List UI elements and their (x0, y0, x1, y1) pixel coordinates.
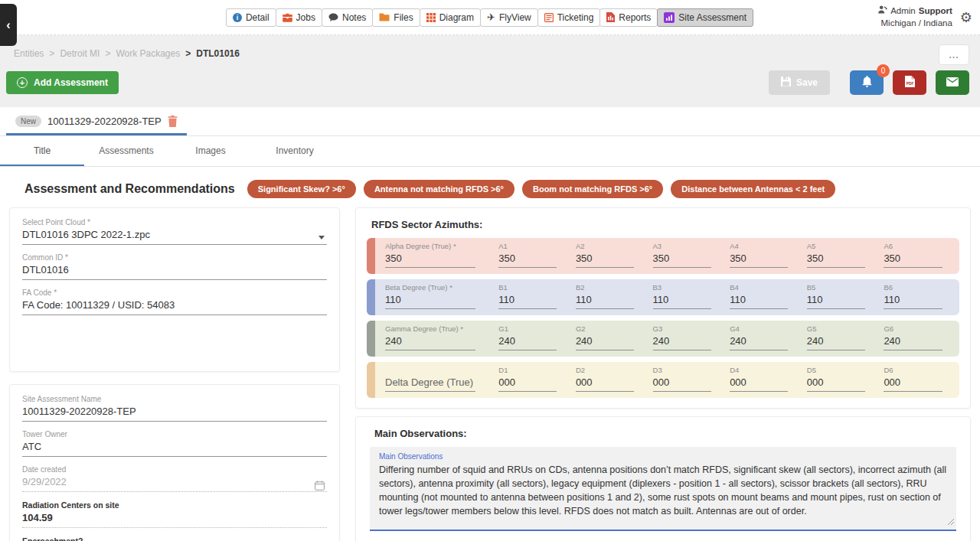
report-icon (606, 12, 615, 22)
tab-images[interactable]: Images (168, 136, 253, 166)
more-options-button[interactable]: ... (939, 44, 969, 65)
top-tab-jobs[interactable]: Jobs (276, 8, 322, 27)
breadcrumb-item[interactable]: Entities (14, 48, 44, 59)
delta-d3-field[interactable]: D3000 (653, 366, 720, 392)
page-header: Entities>Detroit MI>Work Packages>DTL010… (0, 35, 980, 107)
file-pdf-icon: PDF (905, 76, 915, 90)
alpha-a6-field[interactable]: A6350 (884, 242, 950, 268)
field-label: B6 (884, 283, 950, 292)
gamma-g3-field[interactable]: G3240 (653, 324, 720, 350)
alpha-a4-field[interactable]: A4350 (730, 242, 796, 268)
field-value: 110 (653, 293, 711, 309)
email-button[interactable] (936, 70, 969, 95)
back-button[interactable]: ‹ (0, 4, 17, 46)
radiation-centers-field[interactable]: Radiation Centers on site104.59 (22, 500, 327, 528)
delta-d2-field[interactable]: D2000 (576, 366, 642, 392)
delta-d1-field[interactable]: D1000 (498, 366, 565, 392)
point-cloud-select[interactable]: Select Point Cloud *DTL01016 3DPC 2022-1… (22, 218, 327, 245)
alpha-a1-field[interactable]: A1350 (498, 242, 565, 268)
new-badge: New (15, 116, 41, 127)
gamma-g5-field[interactable]: G5240 (807, 324, 874, 350)
textarea-value: Differing number of squid and RRUs on CD… (379, 463, 947, 519)
assessment-tab[interactable]: New 10011329-20220928-TEP (6, 107, 187, 135)
save-button[interactable]: Save (769, 70, 830, 95)
top-tab-files[interactable]: Files (372, 8, 420, 27)
gamma-degree-field[interactable]: Gamma Degree (True) *240 (385, 324, 488, 350)
encroachment-field[interactable]: Encroachment?No Encroachment (22, 536, 327, 541)
plane-icon: ✈ (487, 12, 495, 22)
delta-degree-field[interactable]: Delta Degree (True) (385, 366, 488, 392)
envelope-icon (946, 77, 959, 89)
beta-b1-field[interactable]: B1110 (498, 283, 565, 309)
gamma-g2-field[interactable]: G2240 (576, 324, 642, 350)
beta-b2-field[interactable]: B2110 (576, 283, 642, 309)
site-assessment-name-field[interactable]: Site Assessment Name10011329-20220928-TE… (22, 395, 327, 422)
tab-assessments[interactable]: Assessments (84, 136, 168, 166)
field-value: 350 (884, 252, 942, 268)
top-tab-label: Detail (246, 12, 270, 23)
chevron-down-icon (318, 236, 325, 240)
gamma-g4-field[interactable]: G4240 (730, 324, 796, 350)
beta-degree-field[interactable]: Beta Degree (True) *110 (385, 283, 488, 309)
beta-b4-field[interactable]: B4110 (730, 283, 796, 309)
date-created-field[interactable]: Date created9/29/2022 (22, 465, 327, 492)
tab-inventory[interactable]: Inventory (253, 136, 337, 166)
field-label: G4 (730, 324, 796, 334)
sector-row-beta: Beta Degree (True) *110B1110B2110B3110B4… (367, 279, 959, 315)
field-label: A4 (730, 242, 796, 251)
breadcrumb-item[interactable]: Work Packages (116, 48, 180, 59)
tab-title[interactable]: Title (0, 136, 84, 166)
field-label: Radiation Centers on site (22, 500, 327, 510)
folder-icon (379, 13, 390, 21)
sector-row-alpha: Alpha Degree (True) *350A1350A2350A3350A… (367, 238, 959, 274)
fa-code-field[interactable]: FA Code *FA Code: 10011329 / USID: 54083 (22, 288, 327, 315)
delta-d5-field[interactable]: D5000 (807, 366, 874, 392)
field-value: DTL01016 (22, 264, 327, 280)
field-value: 000 (576, 376, 634, 392)
field-label: G3 (653, 324, 720, 334)
top-tab-flyview[interactable]: ✈FlyView (480, 8, 538, 27)
common-id-field[interactable]: Common ID *DTL01016 (22, 253, 327, 280)
section-tabs: TitleAssessmentsImagesInventory (0, 136, 980, 167)
field-value: 240 (498, 334, 557, 350)
top-tab-notes[interactable]: Notes (322, 8, 373, 27)
main-observations-textarea[interactable]: Main Observations Differing number of sq… (370, 447, 956, 531)
trash-icon[interactable] (168, 116, 178, 127)
gamma-g1-field[interactable]: G1240 (498, 324, 565, 350)
user-menu[interactable]: Admin Support Michigan / Indiana (878, 5, 952, 29)
field-label: Encroachment? (22, 536, 327, 541)
alpha-a5-field[interactable]: A5350 (807, 242, 874, 268)
top-tab-reports[interactable]: Reports (599, 8, 658, 27)
notifications-button[interactable]: 0 (850, 70, 884, 95)
user-region: Michigan / Indiana (878, 18, 952, 30)
user-icon (878, 5, 887, 18)
field-label: D1 (498, 366, 565, 375)
pdf-export-button[interactable]: PDF (893, 70, 926, 95)
top-tab-site-assessment[interactable]: Site Assessment (657, 8, 753, 27)
top-tab-ticketing[interactable]: Ticketing (537, 8, 601, 27)
delta-d4-field[interactable]: D4000 (730, 366, 796, 392)
briefcase-icon (283, 13, 292, 22)
beta-b6-field[interactable]: B6110 (884, 283, 950, 309)
delta-d6-field[interactable]: D6000 (884, 366, 950, 392)
gear-icon[interactable]: ⚙ (960, 11, 972, 24)
field-value: 110 (884, 293, 942, 309)
resize-handle-icon[interactable] (948, 514, 954, 528)
field-value: 240 (576, 334, 634, 350)
alpha-a3-field[interactable]: A3350 (653, 242, 720, 268)
top-tab-diagram[interactable]: Diagram (420, 8, 481, 27)
beta-b3-field[interactable]: B3110 (653, 283, 720, 309)
top-tab-detail[interactable]: iDetail (226, 8, 276, 27)
plus-circle-icon: + (17, 77, 28, 88)
add-assessment-button[interactable]: + Add Assessment (6, 71, 119, 94)
field-value: Delta Degree (True) (385, 376, 475, 392)
alpha-degree-field[interactable]: Alpha Degree (True) *350 (385, 242, 488, 268)
beta-b5-field[interactable]: B5110 (807, 283, 874, 309)
breadcrumb-item[interactable]: Detroit MI (60, 48, 100, 59)
field-value: 350 (730, 252, 788, 268)
alpha-a2-field[interactable]: A2350 (576, 242, 642, 268)
tower-owner-field[interactable]: Tower OwnerATC (22, 430, 327, 457)
breadcrumb-current: DTL01016 (196, 48, 240, 59)
gamma-g6-field[interactable]: G6240 (884, 324, 950, 350)
field-label: D4 (730, 366, 796, 375)
